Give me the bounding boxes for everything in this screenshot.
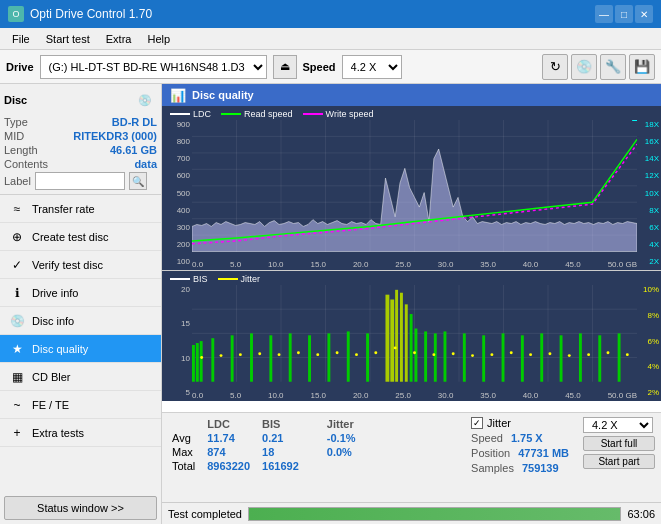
speed-select[interactable]: 4.2 X [342, 55, 402, 79]
drive-info-icon: ℹ [8, 284, 26, 302]
avg-jitter: -0.1% [325, 431, 366, 445]
start-part-button[interactable]: Start part [583, 454, 655, 469]
y-axis-right-bis: 10% 8% 6% 4% 2% [637, 271, 661, 401]
extra-tests-icon: + [8, 424, 26, 442]
status-window-button[interactable]: Status window >> [4, 496, 157, 520]
position-key: Position [471, 447, 510, 459]
sidebar-label-transfer-rate: Transfer rate [32, 203, 95, 215]
disc-label-button[interactable]: 🔍 [129, 172, 147, 190]
svg-point-61 [200, 356, 203, 359]
transfer-rate-icon: ≈ [8, 200, 26, 218]
action-speed-select[interactable]: 4.2 X [583, 417, 653, 433]
menu-file[interactable]: File [4, 31, 38, 47]
menu-extra[interactable]: Extra [98, 31, 140, 47]
disc-label-input[interactable] [35, 172, 125, 190]
sidebar-item-transfer-rate[interactable]: ≈ Transfer rate [0, 195, 161, 223]
sidebar-label-extra-tests: Extra tests [32, 427, 84, 439]
svg-point-77 [510, 351, 513, 354]
col-header-bis: BIS [260, 417, 309, 431]
ldc-chart: LDC Read speed Write speed 900 800 700 [162, 106, 661, 271]
svg-rect-32 [200, 341, 203, 382]
position-value: 47731 MB [518, 447, 569, 459]
chart-header-icon: 📊 [170, 88, 186, 103]
close-button[interactable]: ✕ [635, 5, 653, 23]
svg-rect-31 [196, 343, 199, 382]
minimize-button[interactable]: — [595, 5, 613, 23]
svg-rect-58 [579, 333, 582, 381]
sidebar-item-create-test-disc[interactable]: ⊕ Create test disc [0, 223, 161, 251]
fe-te-icon: ~ [8, 396, 26, 414]
y-axis-left-ldc: 900 800 700 600 500 400 300 200 100 [162, 106, 192, 270]
svg-rect-44 [395, 290, 398, 382]
svg-point-69 [355, 353, 358, 356]
jitter-checkbox[interactable]: ✓ [471, 417, 483, 429]
sidebar-item-extra-tests[interactable]: + Extra tests [0, 419, 161, 447]
col-header-empty [170, 417, 205, 431]
svg-point-68 [336, 351, 339, 354]
sidebar-item-fe-te[interactable]: ~ FE / TE [0, 391, 161, 419]
disc-icon[interactable]: 💿 [571, 54, 597, 80]
disc-mid-label: MID [4, 130, 24, 142]
svg-point-71 [394, 346, 397, 349]
sidebar-item-cd-bler[interactable]: ▦ CD Bler [0, 363, 161, 391]
legend-ldc-color [170, 113, 190, 115]
content-area: 📊 Disc quality LDC Read speed [162, 84, 661, 524]
sidebar-item-drive-info[interactable]: ℹ Drive info [0, 279, 161, 307]
y-axis-left-bis: 20 15 10 5 [162, 271, 192, 401]
disc-length-label: Length [4, 144, 38, 156]
action-buttons: 4.2 X Start full Start part [577, 413, 661, 473]
disc-contents-value: data [134, 158, 157, 170]
svg-rect-53 [482, 335, 485, 381]
menu-bar: File Start test Extra Help [0, 28, 661, 50]
max-label: Max [170, 445, 205, 459]
svg-rect-37 [289, 333, 292, 381]
title-bar-left: O Opti Drive Control 1.70 [8, 6, 152, 22]
svg-rect-47 [410, 314, 413, 382]
sidebar-item-disc-quality[interactable]: ★ Disc quality [0, 335, 161, 363]
start-full-button[interactable]: Start full [583, 436, 655, 451]
drive-select[interactable]: (G:) HL-DT-ST BD-RE WH16NS48 1.D3 [40, 55, 267, 79]
y-axis-right-ldc: 18X 16X 14X 12X 10X 8X 6X 4X 2X [637, 106, 661, 270]
disc-length-value: 46.61 GB [110, 144, 157, 156]
bis-chart: BIS Jitter 20 15 10 5 10% 8% [162, 271, 661, 401]
legend-jitter: Jitter [218, 274, 261, 284]
svg-point-74 [452, 352, 455, 355]
svg-rect-45 [400, 293, 403, 382]
settings-icon[interactable]: 🔧 [600, 54, 626, 80]
disc-header-icon: 💿 [133, 88, 157, 112]
svg-rect-56 [540, 333, 543, 381]
bis-chart-svg [192, 285, 637, 382]
avg-label: Avg [170, 431, 205, 445]
speed-key: Speed [471, 432, 503, 444]
menu-help[interactable]: Help [139, 31, 178, 47]
eject-button[interactable]: ⏏ [273, 55, 297, 79]
create-test-disc-icon: ⊕ [8, 228, 26, 246]
stats-row1: LDC BIS Jitter Avg 11.74 0.21 -0.1% [162, 413, 661, 473]
sidebar-item-disc-info[interactable]: 💿 Disc info [0, 307, 161, 335]
disc-length-row: Length 46.61 GB [4, 144, 157, 156]
svg-rect-42 [385, 295, 389, 382]
save-icon[interactable]: 💾 [629, 54, 655, 80]
maximize-button[interactable]: □ [615, 5, 633, 23]
svg-rect-51 [444, 331, 447, 381]
stats-area: LDC BIS Jitter Avg 11.74 0.21 -0.1% [162, 412, 661, 502]
verify-test-disc-icon: ✓ [8, 256, 26, 274]
svg-rect-50 [434, 333, 437, 381]
svg-point-79 [548, 352, 551, 355]
refresh-icon[interactable]: ↻ [542, 54, 568, 80]
ldc-legend: LDC Read speed Write speed [170, 109, 373, 119]
disc-info-icon: 💿 [8, 312, 26, 330]
menu-start-test[interactable]: Start test [38, 31, 98, 47]
sidebar-label-fe-te: FE / TE [32, 399, 69, 411]
main-layout: Disc 💿 Type BD-R DL MID RITEKDR3 (000) L… [0, 84, 661, 524]
svg-rect-41 [366, 333, 369, 381]
svg-point-82 [607, 351, 610, 354]
sidebar-item-verify-test-disc[interactable]: ✓ Verify test disc [0, 251, 161, 279]
app-icon: O [8, 6, 24, 22]
svg-rect-36 [269, 335, 272, 381]
svg-point-63 [239, 353, 242, 356]
svg-point-72 [413, 351, 416, 354]
progress-status: Test completed [168, 508, 242, 520]
svg-rect-52 [463, 333, 466, 381]
cd-bler-icon: ▦ [8, 368, 26, 386]
